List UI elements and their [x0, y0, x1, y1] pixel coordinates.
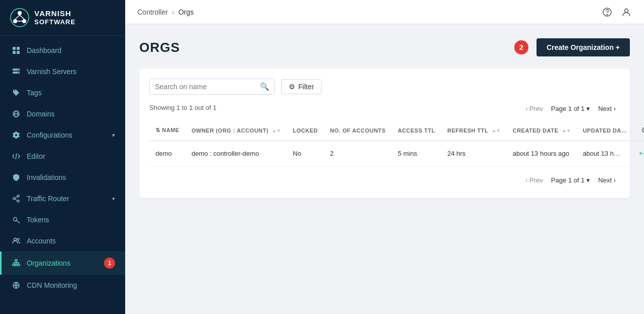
- help-icon[interactable]: [602, 7, 613, 18]
- sidebar: VARNISH SOFTWARE Dashboard Varnish Serve…: [0, 0, 125, 314]
- page-indicator-bottom: Page 1 of 1 ▾: [551, 176, 591, 184]
- server-icon: [12, 67, 21, 76]
- notification-badge: 2: [514, 40, 528, 54]
- sidebar-item-organizations[interactable]: Organizations 1: [0, 252, 125, 275]
- sidebar-item-varnish-servers[interactable]: Varnish Servers: [0, 61, 125, 82]
- chevron-down-icon-bottom: ▾: [586, 176, 590, 184]
- svg-point-40: [607, 14, 608, 15]
- page-header: ORGS 2 Create Organization +: [139, 38, 630, 56]
- prev-button-top[interactable]: ‹ Prev: [521, 103, 547, 114]
- shield-icon: [12, 173, 21, 182]
- svg-line-25: [17, 220, 20, 223]
- page-indicator-top: Page 1 of 1 ▾: [551, 105, 591, 112]
- cell-owner: demo : controller-demo: [185, 141, 287, 166]
- next-button-bottom[interactable]: Next ›: [594, 174, 620, 186]
- svg-line-22: [15, 197, 17, 198]
- globe2-icon: [12, 281, 21, 290]
- col-locked: LOCKED: [287, 120, 324, 141]
- sidebar-item-tokens[interactable]: Tokens: [0, 209, 125, 230]
- sort-icon-owner: ▲▼: [272, 129, 281, 133]
- sidebar-item-accounts[interactable]: Accounts: [0, 230, 125, 252]
- organizations-badge: 1: [104, 258, 115, 269]
- globe-icon: [12, 109, 21, 118]
- svg-rect-7: [13, 47, 16, 50]
- create-organization-button[interactable]: Create Organization +: [536, 38, 630, 56]
- sort-icon: ⇅: [155, 127, 160, 133]
- col-owner[interactable]: OWNER (ORG : ACCOUNT) ▲▼: [185, 120, 287, 141]
- filter-button[interactable]: ⚙ Filter: [281, 79, 321, 94]
- col-settings: ⚙: [633, 120, 644, 141]
- svg-rect-31: [18, 264, 20, 266]
- filter-icon: ⚙: [289, 83, 295, 91]
- cell-updated-date: about 13 h…: [577, 141, 633, 166]
- sort-icon-created: ▲▼: [562, 129, 571, 133]
- tag-icon: [12, 88, 21, 97]
- user-icon[interactable]: [621, 7, 632, 18]
- svg-line-18: [16, 153, 17, 159]
- breadcrumb-parent[interactable]: Controller: [137, 8, 168, 16]
- svg-rect-10: [17, 51, 20, 54]
- svg-point-13: [18, 69, 19, 70]
- svg-point-24: [14, 218, 17, 221]
- pagination-bottom: ‹ Prev Page 1 of 1 ▾ Next ›: [521, 174, 620, 186]
- sidebar-item-dashboard[interactable]: Dashboard: [0, 40, 125, 61]
- svg-line-23: [15, 199, 17, 201]
- breadcrumb-current: Orgs: [178, 8, 193, 16]
- chevron-icon: ▾: [112, 196, 115, 202]
- col-created-date[interactable]: CREATED DATE ▲▼: [507, 120, 577, 141]
- table-row: demo demo : controller-demo No 2 5 mins …: [149, 141, 644, 166]
- row-actions[interactable]: •••: [639, 148, 644, 159]
- users-icon: [12, 236, 21, 245]
- col-access-ttl: ACCESS TTL: [392, 120, 441, 141]
- svg-point-41: [625, 9, 628, 12]
- svg-rect-9: [13, 51, 16, 54]
- prev-button-bottom[interactable]: ‹ Prev: [521, 174, 547, 186]
- logo: VARNISH SOFTWARE: [0, 0, 125, 36]
- more-actions-icon[interactable]: •••: [639, 148, 644, 159]
- col-updated-date: UPDATED DA…: [577, 120, 633, 141]
- svg-rect-8: [17, 47, 20, 50]
- content-area: ORGS 2 Create Organization + 🔍 ⚙ Filter: [125, 24, 644, 314]
- sidebar-item-cdn-monitoring[interactable]: CDN Monitoring: [0, 275, 125, 296]
- sitemap-icon: [12, 259, 21, 268]
- pagination-top: ‹ Prev Page 1 of 1 ▾ Next ›: [521, 103, 620, 114]
- search-input[interactable]: [155, 83, 256, 91]
- logo-text: VARNISH SOFTWARE: [34, 9, 76, 26]
- cell-name: demo: [149, 141, 185, 166]
- cell-accounts: 2: [324, 141, 392, 166]
- svg-point-20: [13, 198, 15, 200]
- svg-point-27: [17, 238, 19, 240]
- table-card: 🔍 ⚙ Filter Showing 1 to 1 out of 1 ‹ Pre…: [139, 69, 630, 198]
- search-icon: 🔍: [260, 82, 270, 91]
- cell-refresh-ttl: 24 hrs: [441, 141, 506, 166]
- col-name[interactable]: ⇅ NAME: [149, 120, 185, 141]
- cell-access-ttl: 5 mins: [392, 141, 441, 166]
- topbar-icons: [602, 7, 632, 18]
- sidebar-item-tags[interactable]: Tags: [0, 82, 125, 103]
- svg-point-14: [18, 72, 19, 73]
- showing-text: Showing 1 to 1 out of 1: [149, 104, 217, 111]
- cell-actions: •••: [633, 141, 644, 166]
- sidebar-item-domains[interactable]: Domains: [0, 103, 125, 124]
- key-icon: [12, 215, 21, 224]
- col-refresh-ttl[interactable]: REFRESH TTL ▲▼: [441, 120, 506, 141]
- chevron-down-icon: ▾: [586, 105, 590, 112]
- breadcrumb: Controller › Orgs: [137, 8, 194, 16]
- orgs-table: ⇅ NAME OWNER (ORG : ACCOUNT) ▲▼ LOCKED N…: [149, 120, 644, 166]
- sidebar-item-traffic-router[interactable]: Traffic Router ▾: [0, 188, 125, 209]
- svg-point-21: [17, 200, 19, 202]
- next-button-top[interactable]: Next ›: [594, 103, 620, 114]
- table-controls: 🔍 ⚙ Filter: [149, 79, 620, 95]
- sidebar-item-invalidations[interactable]: Invalidations: [0, 167, 125, 188]
- logo-icon: [10, 8, 29, 27]
- svg-rect-30: [15, 264, 17, 266]
- header-right: 2 Create Organization +: [514, 38, 630, 56]
- column-settings-icon[interactable]: ⚙: [641, 126, 644, 135]
- sidebar-item-configurations[interactable]: Configurations ▾: [0, 124, 125, 146]
- svg-point-19: [17, 195, 19, 197]
- main-content: Controller › Orgs ORGS 2 Create Organiza…: [125, 0, 644, 314]
- sidebar-item-editor[interactable]: Editor: [0, 146, 125, 167]
- svg-rect-28: [15, 260, 17, 261]
- breadcrumb-sep: ›: [172, 8, 175, 16]
- cell-locked: No: [287, 141, 324, 166]
